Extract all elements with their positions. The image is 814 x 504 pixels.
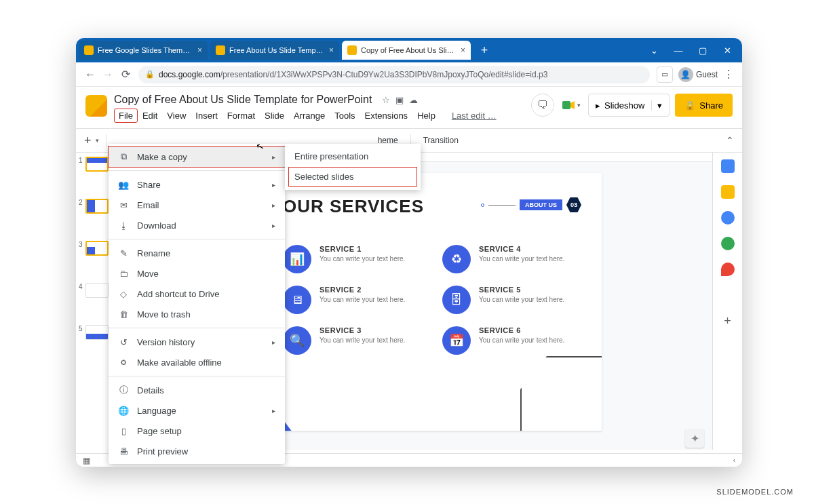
thumb-num: 5 bbox=[79, 325, 83, 332]
decorative-outline bbox=[520, 356, 602, 431]
services-grid: 📊SERVICE 1You can write your text here. … bbox=[283, 245, 575, 355]
meet-button[interactable]: ▾ bbox=[560, 94, 583, 117]
menu-arrange[interactable]: Arrange bbox=[289, 109, 330, 123]
share-icon: 👥 bbox=[118, 179, 129, 190]
calendar-icon: 📅 bbox=[442, 326, 471, 355]
calendar-icon[interactable] bbox=[721, 159, 735, 173]
contacts-icon[interactable] bbox=[721, 237, 735, 250]
menu-file[interactable]: File bbox=[114, 109, 138, 123]
slides-logo-icon[interactable] bbox=[85, 95, 107, 117]
submenu-selected-slides[interactable]: Selected slides bbox=[289, 168, 416, 186]
menu-offline[interactable]: ⭘Make available offline bbox=[109, 352, 285, 372]
side-panel: + bbox=[712, 153, 742, 450]
slide-thumb-4[interactable] bbox=[85, 283, 109, 298]
slide-thumb-5[interactable] bbox=[85, 325, 109, 340]
svg-marker-1 bbox=[570, 101, 575, 109]
maps-icon[interactable] bbox=[721, 263, 735, 276]
maximize-button[interactable]: ▢ bbox=[691, 38, 715, 62]
menu-trash[interactable]: 🗑Move to trash bbox=[109, 304, 285, 324]
menu-rename[interactable]: ✎Rename bbox=[109, 243, 285, 263]
lock-icon: 🔒 bbox=[684, 100, 695, 111]
watermark: SLIDEMODEL.COM bbox=[716, 488, 794, 496]
browser-tab-3-active[interactable]: Copy of Free About Us Slide Tem × bbox=[342, 41, 471, 60]
globe-icon: 🌐 bbox=[118, 405, 129, 416]
menu-help[interactable]: Help bbox=[412, 109, 440, 123]
slide-thumb-2[interactable] bbox=[85, 199, 109, 214]
slide-badge: ABOUT US 03 bbox=[481, 197, 581, 212]
new-slide-dropdown[interactable]: ▾ bbox=[96, 137, 99, 144]
menu-download[interactable]: ⭳Download▸ bbox=[109, 215, 285, 235]
history-icon: ↺ bbox=[118, 336, 129, 347]
menu-details[interactable]: ⓘDetails bbox=[109, 380, 285, 400]
chevron-left-icon[interactable]: ‹ bbox=[733, 457, 735, 464]
address-field[interactable]: 🔒 docs.google.com/presentation/d/1X3iWwX… bbox=[138, 66, 650, 83]
folder-icon: 🗀 bbox=[118, 268, 129, 279]
slideshow-button[interactable]: ▸ Slideshow ▾ bbox=[588, 94, 670, 117]
new-tab-button[interactable]: + bbox=[476, 42, 492, 58]
reader-icon[interactable]: ▭ bbox=[657, 66, 673, 83]
grid-view-icon[interactable]: ▦ bbox=[83, 456, 90, 465]
thumb-num: 4 bbox=[79, 283, 83, 290]
menu-tools[interactable]: Tools bbox=[330, 109, 360, 123]
menu-insert[interactable]: Insert bbox=[191, 109, 222, 123]
search-icon: 🔍 bbox=[283, 326, 311, 355]
comments-button[interactable]: 🗨 bbox=[531, 94, 554, 117]
last-edit-link[interactable]: Last edit … bbox=[447, 109, 501, 123]
tab-close-icon[interactable]: × bbox=[461, 45, 465, 55]
recycle-icon: ♻ bbox=[442, 245, 471, 273]
slide-thumb-1[interactable] bbox=[85, 157, 109, 172]
menu-share[interactable]: 👥Share▸ bbox=[109, 174, 285, 195]
slide-thumb-3[interactable] bbox=[85, 241, 109, 256]
thumb-num: 1 bbox=[79, 157, 83, 164]
minimize-button[interactable]: — bbox=[666, 38, 691, 62]
window-controls: ⌄ — ▢ ✕ bbox=[642, 38, 739, 62]
menu-slide[interactable]: Slide bbox=[260, 109, 289, 123]
browser-window: Free Google Slides Themes - Slid × Free … bbox=[76, 38, 742, 467]
keep-icon[interactable] bbox=[721, 185, 735, 199]
tab-label: Free Google Slides Themes - Slid bbox=[98, 46, 193, 54]
menu-move[interactable]: 🗀Move bbox=[109, 263, 285, 284]
menu-email[interactable]: ✉Email▸ bbox=[109, 195, 285, 215]
back-button[interactable]: ← bbox=[81, 66, 99, 83]
app-header: Copy of Free About Us Slide Template for… bbox=[76, 87, 742, 123]
menu-version-history[interactable]: ↺Version history▸ bbox=[109, 332, 285, 352]
service-item: 🗄SERVICE 5You can write your text here. bbox=[442, 286, 575, 314]
forward-button[interactable]: → bbox=[99, 66, 117, 83]
file-menu-dropdown: ⧉Make a copy▸ 👥Share▸ ✉Email▸ ⭳Download▸… bbox=[109, 144, 285, 464]
cloud-icon[interactable]: ☁ bbox=[409, 95, 418, 105]
browser-tab-2[interactable]: Free About Us Slide Template fo × bbox=[210, 41, 339, 60]
menu-view[interactable]: View bbox=[162, 109, 191, 123]
add-addon-button[interactable]: + bbox=[724, 314, 731, 328]
reload-button[interactable]: ⟳ bbox=[117, 66, 134, 83]
print-icon: 🖶 bbox=[118, 446, 129, 457]
new-slide-button[interactable]: + bbox=[84, 134, 92, 148]
share-button[interactable]: 🔒 Share bbox=[675, 94, 733, 117]
profile-chip[interactable]: 👤 Guest bbox=[678, 67, 718, 82]
kebab-menu-icon[interactable]: ⋮ bbox=[720, 66, 737, 83]
toolbar-transition[interactable]: Transition bbox=[418, 136, 464, 145]
tasks-icon[interactable] bbox=[721, 211, 735, 225]
chevron-down-icon[interactable]: ⌄ bbox=[642, 38, 666, 62]
move-icon[interactable]: ▣ bbox=[395, 95, 404, 105]
document-title[interactable]: Copy of Free About Us Slide Template for… bbox=[114, 94, 372, 105]
star-icon[interactable]: ☆ bbox=[382, 95, 390, 105]
menu-add-shortcut[interactable]: ◇Add shortcut to Drive bbox=[109, 284, 285, 304]
tab-close-icon[interactable]: × bbox=[197, 45, 202, 55]
explore-button[interactable]: ✦ bbox=[685, 429, 704, 448]
menu-format[interactable]: Format bbox=[222, 109, 260, 123]
service-item: ♻SERVICE 4You can write your text here. bbox=[442, 245, 575, 273]
menu-print-preview[interactable]: 🖶Print preview bbox=[109, 441, 285, 461]
menu-extensions[interactable]: Extensions bbox=[360, 109, 413, 123]
menu-edit[interactable]: Edit bbox=[138, 109, 162, 123]
menu-page-setup[interactable]: ▯Page setup bbox=[109, 421, 285, 441]
browser-tab-1[interactable]: Free Google Slides Themes - Slid × bbox=[79, 41, 208, 60]
collapse-toolbar-button[interactable]: ⌃ bbox=[726, 135, 734, 146]
tab-label: Copy of Free About Us Slide Tem bbox=[361, 46, 457, 54]
submenu-entire-presentation[interactable]: Entire presentation bbox=[285, 147, 421, 166]
play-icon: ▸ bbox=[596, 100, 600, 111]
info-icon: ⓘ bbox=[118, 385, 129, 395]
slideshow-dropdown[interactable]: ▾ bbox=[651, 100, 662, 111]
tab-close-icon[interactable]: × bbox=[329, 45, 334, 55]
close-button[interactable]: ✕ bbox=[715, 38, 739, 62]
menu-language[interactable]: 🌐Language▸ bbox=[109, 400, 285, 421]
